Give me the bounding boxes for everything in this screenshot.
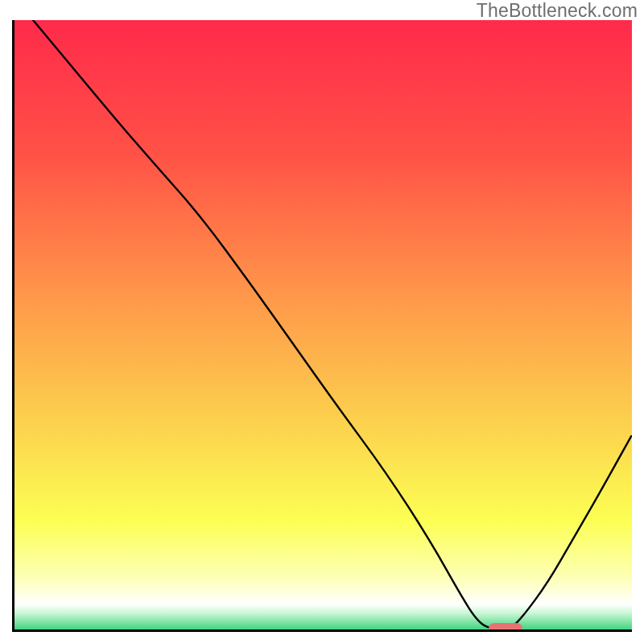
chart-svg: [14, 20, 632, 632]
chart-area: [12, 20, 632, 632]
watermark-text: TheBottleneck.com: [477, 0, 638, 22]
chart-background: [14, 20, 632, 632]
optimum-marker: [489, 623, 522, 632]
